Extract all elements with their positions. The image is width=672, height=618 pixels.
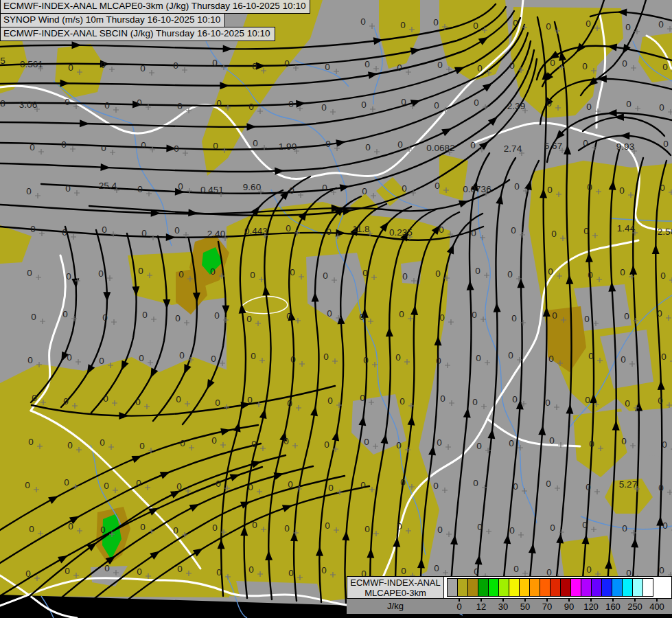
station-zero-label: 0 — [137, 566, 142, 577]
station-zero-label: 0 — [139, 441, 145, 451]
station-cross-icon — [522, 571, 528, 576]
station-zero-label: 0 — [588, 351, 594, 361]
streamline-arrowhead — [517, 278, 524, 288]
river-line — [477, 189, 537, 523]
station-zero-label: 0 — [513, 481, 518, 492]
station-cross-icon — [70, 146, 76, 152]
station-zero-label: 0 — [657, 308, 662, 319]
station-value-label: 0.561 — [20, 59, 43, 69]
station-cross-icon — [520, 232, 525, 238]
station-zero-label: 0 — [359, 312, 364, 322]
station-zero-label: 0 — [586, 564, 592, 575]
station-cross-icon — [39, 231, 45, 236]
station-cross-icon — [591, 527, 596, 532]
station-zero-label: 0 — [511, 313, 517, 323]
station-cross-icon — [481, 404, 487, 409]
station-zero-label: 0 — [179, 350, 185, 360]
station-zero-label: 0 — [140, 522, 146, 532]
station-value-label: 2.50 — [658, 227, 672, 237]
station-zero-label: 0 — [476, 441, 482, 451]
station-zero-label: 0 — [63, 396, 69, 407]
station-zero-label: 0 — [247, 395, 253, 405]
station-zero-label: 0 — [437, 525, 443, 535]
station-zero-label: 0 — [139, 353, 144, 363]
station-zero-label: 0 — [439, 312, 445, 323]
station-zero-label: 0 — [365, 142, 371, 152]
station-zero-label: 0 — [397, 139, 403, 150]
colorbar-swatches-box — [444, 576, 672, 599]
station-zero-label: 0 — [286, 223, 291, 233]
colorbar-swatch — [581, 578, 592, 597]
streamline-arrowhead — [103, 292, 111, 301]
legend-line-mlcape: ECMWF-INDEX-ANAL MLCAPE0-3km (J/kg) Thur… — [0, 0, 310, 14]
station-zero-label: 0 — [135, 397, 141, 407]
station-cross-icon — [442, 488, 448, 493]
streamline-arrowhead — [496, 194, 503, 205]
station-zero-label: 0 — [583, 138, 588, 148]
station-zero-label: 0 — [434, 563, 439, 573]
streamline-arrowhead — [566, 404, 573, 414]
streamline-arrowhead — [410, 47, 421, 55]
station-value-label: 1.44 — [617, 223, 636, 233]
station-zero-label: 0 — [360, 393, 365, 403]
station-zero-label: 0 — [176, 481, 182, 492]
station-zero-label: 0 — [588, 270, 593, 280]
station-cross-icon — [373, 66, 379, 71]
station-zero-label: 0 — [471, 228, 476, 238]
station-cross-icon — [40, 319, 45, 324]
station-zero-label: 0 — [440, 393, 445, 404]
station-zero-label: 0 — [660, 183, 665, 193]
station-cross-icon — [76, 359, 81, 365]
station-value-label: 0.235 — [389, 227, 413, 238]
station-zero-label: 0 — [550, 523, 555, 533]
station-zero-label: 0 — [28, 437, 34, 447]
colorbar-swatch — [632, 578, 643, 597]
station-zero-label: 0 — [178, 181, 183, 192]
station-cross-icon — [146, 191, 152, 196]
station-zero-label: 0 — [402, 183, 407, 194]
colorbar-unit: J/kg — [347, 601, 444, 611]
station-zero-label: 0 — [548, 354, 554, 364]
station-zero-label: 0 — [288, 99, 294, 109]
station-zero-label: 0 — [174, 225, 180, 236]
station-zero-label: 0 — [27, 268, 32, 278]
station-cross-icon — [558, 442, 564, 448]
station-zero-label: 0 — [67, 352, 72, 363]
station-zero-label: 0 — [323, 352, 329, 362]
station-cross-icon — [334, 69, 339, 74]
colorbar-tick-label: 30 — [498, 602, 508, 612]
station-zero-label: 0 — [401, 566, 406, 576]
station-value-label: 9.93 — [616, 141, 634, 152]
station-value-label: 2.40 — [207, 229, 225, 239]
station-cross-icon — [592, 145, 597, 150]
station-cross-icon — [182, 67, 187, 73]
station-zero-label: 0 — [663, 139, 669, 149]
station-zero-label: 0 — [253, 138, 258, 148]
streamline-arrowhead — [467, 281, 474, 290]
station-value-label: 0.0682 — [426, 143, 454, 153]
station-zero-label: 0 — [27, 355, 33, 365]
station-zero-label: 0 — [174, 144, 179, 154]
station-cross-icon — [594, 489, 600, 494]
streamline-arrowhead — [441, 128, 452, 136]
station-zero-label: 0 — [173, 525, 178, 536]
station-zero-label: 0 — [212, 58, 218, 68]
colorbar-swatch — [601, 578, 612, 597]
station-zero-label: 0 — [62, 309, 68, 319]
colorbar-swatch — [509, 578, 520, 597]
station-zero-label: 0 — [364, 437, 369, 447]
station-zero-label: 0 — [288, 479, 293, 490]
station-cross-icon — [370, 106, 375, 112]
station-zero-label: 0 — [659, 102, 664, 113]
colorbar-swatch — [642, 578, 653, 597]
station-zero-label: 0 — [104, 100, 110, 111]
station-zero-label: 0 — [548, 266, 553, 277]
station-cross-icon — [293, 65, 299, 71]
station-zero-label: 0 — [513, 564, 519, 574]
station-zero-label: 0 — [363, 355, 369, 365]
station-zero-label: 0 — [322, 183, 327, 193]
colorbar-tick-label: 120 — [583, 602, 599, 612]
station-zero-label: 0 — [289, 185, 294, 196]
station-zero-label: 0 — [103, 393, 108, 404]
station-cross-icon — [559, 529, 564, 535]
